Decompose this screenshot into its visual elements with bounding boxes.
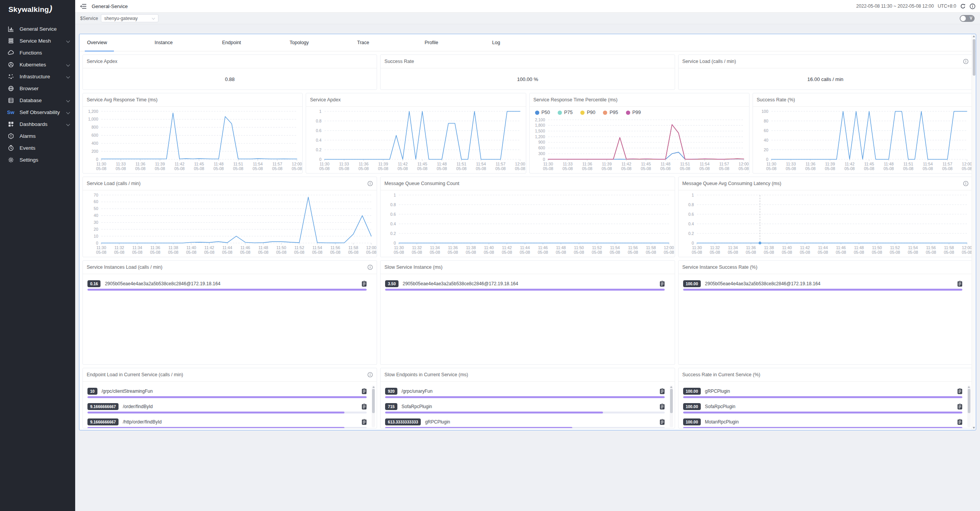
refresh-icon[interactable]: [960, 3, 966, 9]
legend-item-p99[interactable]: P99: [626, 110, 641, 115]
scroll-up-icon[interactable]: [968, 386, 970, 388]
info-icon[interactable]: [970, 3, 975, 9]
svg-text:11:57: 11:57: [719, 162, 729, 166]
time-range[interactable]: 2022-05-08 11:30 ~ 2022-05-08 12:00: [856, 3, 934, 9]
copy-icon[interactable]: [362, 404, 367, 410]
response-time-percentile-chart[interactable]: 03006009001,2001,5001,8002,10011:3005-08…: [530, 115, 749, 173]
copy-icon[interactable]: [957, 404, 962, 410]
tab-instance[interactable]: Instance: [155, 34, 222, 51]
svg-text:05-08: 05-08: [962, 250, 972, 255]
copy-icon[interactable]: [362, 419, 367, 425]
card-endpoint-load: Endpoint Load in Current Service (calls …: [82, 368, 377, 428]
legend-item-p75[interactable]: P75: [558, 110, 573, 115]
sidebar-item-infrastructure[interactable]: Infrastructure: [0, 71, 75, 83]
info-icon[interactable]: [963, 181, 968, 186]
logo-text: Skywalking: [8, 5, 49, 14]
sidebar-item-alarms[interactable]: Alarms: [0, 130, 75, 142]
legend-item-p50[interactable]: P50: [535, 110, 550, 115]
card-title: Slow Endpoints in Current Service (ms): [384, 372, 468, 377]
sidebar-item-dashboards[interactable]: Dashboards: [0, 118, 75, 130]
tab-trace[interactable]: Trace: [357, 34, 425, 51]
sidebar-item-settings[interactable]: Settings: [0, 154, 75, 166]
view-toggle[interactable]: V: [960, 15, 975, 22]
list-item: 100.00 gRPCPlugin: [683, 386, 962, 398]
sidebar-item-functions[interactable]: Functions: [0, 47, 75, 59]
mq-consuming-latency-chart[interactable]: 00.20.40.60.8111:3005-0811:3205-0811:340…: [679, 190, 972, 257]
scrollbar-thumb[interactable]: [372, 389, 375, 413]
copy-icon[interactable]: [362, 281, 367, 287]
info-icon[interactable]: [367, 372, 373, 377]
copy-icon[interactable]: [660, 388, 665, 394]
svg-text:0.6: 0.6: [390, 212, 396, 217]
svg-text:11:42: 11:42: [845, 162, 855, 166]
tab-endpoint[interactable]: Endpoint: [222, 34, 290, 51]
success-rate-chart[interactable]: 02040608010011:3005-0811:3305-0811:3605-…: [753, 107, 972, 173]
service-apdex-chart[interactable]: 00.20.40.60.8111:3005-0811:3305-0811:360…: [306, 107, 525, 173]
svg-text:05-08: 05-08: [800, 250, 810, 255]
svg-text:11:51: 11:51: [457, 162, 467, 166]
sidebar-item-service-mesh[interactable]: Service Mesh: [0, 35, 75, 47]
scrollbar-thumb[interactable]: [973, 39, 975, 76]
sidebar-item-database[interactable]: Database: [0, 94, 75, 106]
globe-icon: [7, 85, 14, 92]
svg-text:11:33: 11:33: [786, 162, 796, 166]
value-badge: 3.50: [385, 280, 398, 287]
svg-text:11:48: 11:48: [259, 245, 268, 250]
sidebar-item-kubernetes[interactable]: Kubernetes: [0, 59, 75, 71]
panel-scrollbar[interactable]: [972, 35, 975, 430]
info-icon[interactable]: [367, 265, 373, 270]
toggle-knob: [960, 16, 966, 21]
timezone-label[interactable]: UTC+8:0: [938, 3, 956, 9]
svg-text:900: 900: [538, 140, 545, 144]
legend-item-p95[interactable]: P95: [603, 110, 618, 115]
metric-row: Service Apdex 0.88 Success Rate 100.00 %…: [82, 55, 973, 90]
endpoint-name: /grpc/clientStreamingFun: [102, 389, 153, 394]
list-scrollbar[interactable]: [670, 385, 673, 427]
sidebar-item-browser[interactable]: Browser: [0, 83, 75, 94]
tab-topology[interactable]: Topology: [290, 34, 357, 51]
list-scrollbar[interactable]: [372, 385, 375, 427]
scroll-up-icon[interactable]: [670, 386, 672, 388]
avg-response-time-chart[interactable]: 02004006008001,0001,20011:3005-0811:3305…: [83, 107, 302, 173]
collapse-sidebar-icon[interactable]: [80, 4, 86, 9]
svg-text:11:33: 11:33: [563, 162, 573, 166]
scrollbar-thumb[interactable]: [968, 389, 970, 413]
tab-profile[interactable]: Profile: [425, 34, 492, 51]
list-scrollbar[interactable]: [967, 385, 971, 427]
svg-text:12:00: 12:00: [292, 162, 302, 166]
copy-icon[interactable]: [362, 388, 367, 394]
svg-text:12:00: 12:00: [738, 162, 748, 166]
svg-text:05-08: 05-08: [782, 250, 792, 255]
scroll-up-icon[interactable]: [372, 386, 375, 388]
mq-consuming-count-chart[interactable]: 00.20.40.60.8111:3005-0811:3205-0811:340…: [380, 190, 674, 257]
svg-text:05-08: 05-08: [610, 250, 620, 255]
scroll-down-icon[interactable]: [973, 427, 975, 429]
svg-text:05-08: 05-08: [312, 250, 323, 255]
service-load-chart[interactable]: 01020304050607011:3005-0811:3205-0811:34…: [83, 190, 377, 257]
metric-value: 100.00 %: [380, 68, 674, 90]
service-select[interactable]: shenyu-gateway: [101, 14, 158, 22]
copy-icon[interactable]: [660, 404, 665, 410]
scroll-up-icon[interactable]: [973, 35, 975, 37]
svg-text:05-08: 05-08: [805, 166, 815, 171]
info-icon[interactable]: [963, 59, 968, 64]
layers-icon: [7, 38, 14, 45]
copy-icon[interactable]: [660, 419, 665, 425]
svg-text:05-08: 05-08: [746, 250, 756, 255]
legend-item-p90[interactable]: P90: [580, 110, 595, 115]
tab-overview[interactable]: Overview: [87, 34, 155, 51]
sidebar-item-events[interactable]: Events: [0, 142, 75, 154]
svg-text:11:45: 11:45: [864, 162, 874, 166]
copy-icon[interactable]: [957, 388, 962, 394]
copy-icon[interactable]: [957, 281, 962, 287]
copy-icon[interactable]: [660, 281, 665, 287]
kubernetes-icon: [7, 61, 14, 68]
info-icon[interactable]: [367, 181, 373, 186]
load-bar: [87, 289, 367, 291]
value-badge: 100.00: [683, 388, 701, 395]
scrollbar-thumb[interactable]: [670, 389, 673, 413]
tab-log[interactable]: Log: [492, 34, 560, 51]
sidebar-item-general-service[interactable]: General Service: [0, 23, 75, 35]
sidebar-item-self-observability[interactable]: Sw Self Observability: [0, 106, 75, 118]
copy-icon[interactable]: [957, 419, 962, 425]
